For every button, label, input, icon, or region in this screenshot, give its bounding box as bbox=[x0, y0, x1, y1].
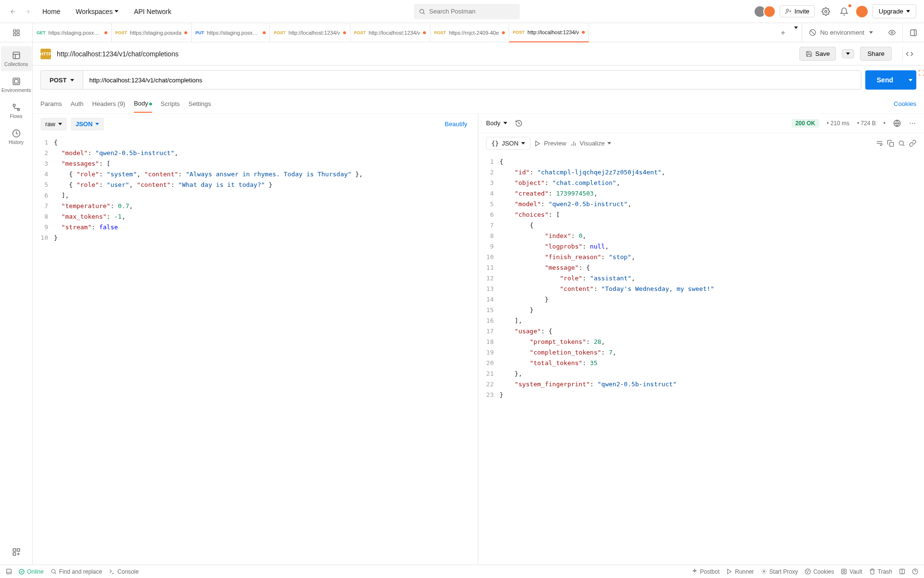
help-button[interactable] bbox=[912, 568, 918, 575]
tab-auth[interactable]: Auth bbox=[71, 95, 84, 112]
visualize-button[interactable]: Visualize bbox=[570, 140, 612, 147]
link-response-button[interactable] bbox=[909, 140, 916, 147]
save-label: Save bbox=[815, 50, 830, 57]
tab-title: http://localhost:1234/v bbox=[527, 29, 579, 35]
share-button[interactable]: Share bbox=[860, 47, 892, 61]
body-lang-select[interactable]: JSON bbox=[71, 118, 104, 131]
sync-status[interactable]: Online bbox=[19, 568, 44, 575]
svg-rect-9 bbox=[911, 30, 916, 36]
method-select[interactable]: POST bbox=[40, 70, 83, 90]
cookies-link[interactable]: Cookies bbox=[894, 100, 916, 107]
response-body-viewer[interactable]: 1{2 "id": "chatcmpl-ljqchqej2z7z050j4s4e… bbox=[478, 154, 924, 565]
sidebar-toggle[interactable] bbox=[0, 23, 33, 42]
upgrade-button[interactable]: Upgrade bbox=[873, 4, 916, 18]
link-icon bbox=[909, 140, 916, 147]
search-response-button[interactable] bbox=[898, 140, 905, 147]
url-input[interactable] bbox=[83, 70, 861, 90]
chevron-down-icon bbox=[794, 26, 798, 36]
settings-button[interactable] bbox=[819, 4, 833, 19]
footer-panel-toggle[interactable] bbox=[6, 568, 12, 575]
nav-home[interactable]: Home bbox=[37, 4, 66, 19]
sidebar-item-environments[interactable]: Environments bbox=[1, 72, 32, 97]
request-tab[interactable]: POSThttps://rnjct-2409-40e bbox=[430, 23, 509, 42]
expand-button[interactable] bbox=[918, 69, 924, 76]
unsaved-dot bbox=[582, 31, 585, 34]
tab-body[interactable]: Body bbox=[134, 95, 152, 113]
request-tab[interactable]: POSThttp://localhost:1234/v bbox=[509, 23, 590, 42]
team-avatars[interactable] bbox=[757, 5, 776, 18]
tab-params[interactable]: Params bbox=[40, 95, 62, 112]
method-tag: POST bbox=[274, 30, 286, 35]
chevron-down-icon bbox=[503, 122, 507, 124]
sidebar-item-collections[interactable]: Collections bbox=[1, 46, 32, 71]
postbot-button[interactable]: Postbot bbox=[692, 568, 720, 575]
flows-icon bbox=[12, 103, 21, 112]
runner-button[interactable]: Runner bbox=[726, 568, 754, 575]
bell-icon bbox=[840, 7, 848, 16]
no-env-icon bbox=[809, 29, 816, 36]
beautify-button[interactable]: Beautify bbox=[442, 118, 470, 131]
nav-api-network[interactable]: API Network bbox=[128, 4, 177, 19]
sidebar-label: Collections bbox=[4, 62, 28, 67]
sidebar-add-button[interactable] bbox=[1, 539, 32, 565]
request-tab[interactable]: GEThttps://staging.posxdat bbox=[33, 23, 112, 42]
sidebar-item-history[interactable]: History bbox=[1, 124, 32, 149]
network-info-button[interactable] bbox=[893, 119, 901, 127]
gear-icon bbox=[821, 7, 830, 16]
code-panel-toggle[interactable] bbox=[902, 47, 916, 61]
wrap-button[interactable] bbox=[876, 140, 883, 147]
request-tabs: GEThttps://staging.posxdatPOSThttps://st… bbox=[33, 23, 776, 42]
send-dropdown[interactable] bbox=[905, 70, 916, 90]
search-input[interactable] bbox=[429, 8, 515, 15]
method-value: POST bbox=[50, 77, 66, 84]
search-icon bbox=[51, 568, 57, 575]
copy-response-button[interactable] bbox=[887, 140, 894, 147]
response-tab-body[interactable]: Body bbox=[486, 119, 507, 127]
trash-button[interactable]: Trash bbox=[869, 568, 892, 575]
global-search[interactable] bbox=[414, 4, 520, 19]
nav-workspaces[interactable]: Workspaces bbox=[70, 4, 124, 19]
preview-button[interactable]: Preview bbox=[534, 140, 566, 147]
globe-icon bbox=[893, 119, 901, 127]
find-replace-button[interactable]: Find and replace bbox=[51, 568, 102, 575]
response-more-button[interactable] bbox=[909, 119, 916, 127]
new-tab-button[interactable] bbox=[776, 29, 790, 36]
notifications-button[interactable] bbox=[837, 4, 851, 19]
body-type-select[interactable]: raw bbox=[40, 118, 67, 131]
tab-settings[interactable]: Settings bbox=[189, 95, 211, 112]
send-button[interactable]: Send bbox=[865, 70, 905, 90]
layout-switch-button[interactable] bbox=[899, 568, 905, 575]
help-icon bbox=[912, 568, 918, 575]
nav-workspaces-label: Workspaces bbox=[76, 8, 113, 15]
tab-title: https://staging.posxdat bbox=[49, 30, 102, 36]
request-body-editor[interactable]: 1{2 "model": "qwen2-0.5b-instruct",3 "me… bbox=[33, 134, 478, 565]
svg-point-35 bbox=[51, 569, 55, 573]
svg-point-42 bbox=[807, 572, 808, 573]
tab-headers[interactable]: Headers (9) bbox=[92, 95, 126, 112]
user-avatar[interactable] bbox=[855, 5, 869, 18]
env-label: No environment bbox=[820, 29, 864, 36]
sidebar-item-flows[interactable]: Flows bbox=[1, 98, 32, 123]
request-tab[interactable]: POSThttp://localhost:1234/v bbox=[270, 23, 350, 42]
response-format-select[interactable]: {}JSON bbox=[486, 137, 530, 150]
right-panel-toggle[interactable] bbox=[902, 23, 924, 42]
tab-scripts[interactable]: Scripts bbox=[161, 95, 180, 112]
footer-cookies-button[interactable]: Cookies bbox=[805, 568, 834, 575]
sidebar-label: Environments bbox=[1, 88, 31, 93]
request-tab[interactable]: POSThttp://localhost:1234/v bbox=[350, 23, 431, 42]
svg-rect-43 bbox=[842, 569, 847, 574]
response-history-button[interactable] bbox=[515, 119, 523, 127]
vault-button[interactable]: Vault bbox=[841, 568, 862, 575]
proxy-button[interactable]: Start Proxy bbox=[761, 568, 798, 575]
console-button[interactable]: Console bbox=[109, 568, 139, 575]
request-tab[interactable]: PUThttps://staging.posxdat bbox=[192, 23, 270, 42]
environment-selector[interactable]: No environment bbox=[802, 23, 902, 42]
forward-button[interactable] bbox=[22, 6, 33, 17]
back-button[interactable] bbox=[8, 6, 18, 17]
save-button[interactable]: Save bbox=[799, 47, 836, 61]
tab-overflow-button[interactable] bbox=[790, 29, 802, 36]
invite-button[interactable]: Invite bbox=[780, 5, 815, 17]
eye-icon[interactable] bbox=[888, 29, 896, 36]
save-dropdown[interactable] bbox=[842, 49, 854, 58]
request-tab[interactable]: POSThttps://staging.posxda bbox=[112, 23, 192, 42]
